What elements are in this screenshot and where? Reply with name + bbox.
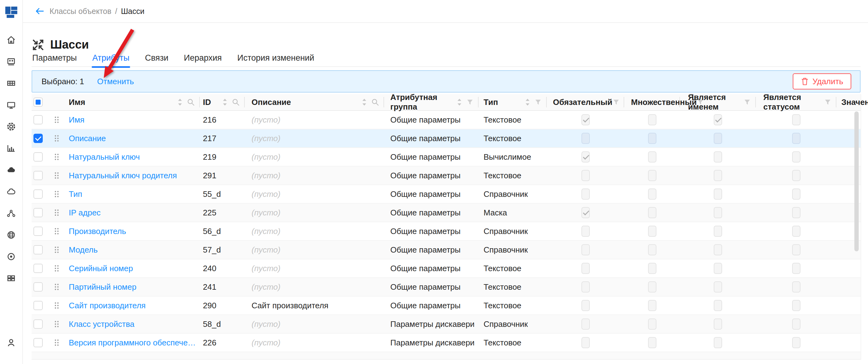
column-header-is-name[interactable]: Является именем	[680, 94, 756, 110]
drag-handle-icon[interactable]	[54, 246, 60, 254]
sort-icon[interactable]	[222, 98, 228, 106]
table-row[interactable]: Тип 55_d (пусто) Общие параметры Справоч…	[32, 185, 861, 204]
row-select-checkbox[interactable]	[33, 227, 43, 236]
column-header-description[interactable]: Описание	[245, 94, 384, 110]
filter-icon[interactable]	[613, 98, 620, 106]
sort-icon[interactable]	[524, 98, 531, 106]
row-select-checkbox[interactable]	[33, 152, 43, 162]
attribute-name-link[interactable]: Серийный номер	[69, 264, 133, 273]
table-row[interactable]: IP адрес 225 (пусто) Общие параметры Мас…	[32, 204, 861, 222]
column-header-multiple[interactable]: Множественный	[624, 94, 680, 110]
column-header-id[interactable]: ID	[200, 94, 245, 110]
search-icon[interactable]	[371, 98, 379, 106]
attribute-name-link[interactable]: Натуральный ключ родителя	[69, 171, 177, 180]
network-nodes-icon[interactable]	[6, 208, 17, 219]
vertical-scrollbar[interactable]	[855, 111, 859, 251]
drag-handle-icon[interactable]	[54, 320, 60, 328]
sort-icon[interactable]	[361, 98, 367, 106]
table-row[interactable]: Версия программного обеспечения 226 (пус…	[32, 334, 861, 352]
cloud-filled-icon[interactable]	[6, 165, 17, 175]
delete-button[interactable]: Удалить	[793, 73, 851, 90]
tab-Параметры[interactable]: Параметры	[32, 52, 78, 67]
column-header-name[interactable]: Имя	[64, 94, 200, 110]
row-select-checkbox[interactable]	[33, 115, 43, 125]
row-select-checkbox[interactable]	[33, 301, 43, 310]
table-row[interactable]: Описание 217 (пусто) Общие параметры Тек…	[32, 129, 861, 148]
column-header-value[interactable]: Значен	[836, 94, 861, 110]
table-row[interactable]: Натуральный ключ родителя 291 (пусто) Об…	[32, 167, 861, 185]
tab-Связи[interactable]: Связи	[144, 52, 169, 67]
sort-icon[interactable]	[177, 98, 183, 106]
drag-handle-icon[interactable]	[54, 190, 60, 198]
drag-handle-icon[interactable]	[54, 264, 60, 272]
globe-icon[interactable]	[6, 230, 17, 240]
attribute-name-link[interactable]: Тип	[69, 190, 82, 199]
attribute-name-link[interactable]: Имя	[69, 115, 85, 125]
row-select-checkbox[interactable]	[33, 171, 43, 180]
row-select-checkbox[interactable]	[33, 190, 43, 199]
table-row[interactable]: Серийный номер 240 (пусто) Общие парамет…	[32, 259, 861, 278]
tab-Иерархия[interactable]: Иерархия	[183, 52, 222, 67]
row-select-checkbox[interactable]	[33, 338, 43, 347]
drag-handle-icon[interactable]	[54, 134, 60, 142]
filter-icon[interactable]	[743, 98, 751, 106]
drag-handle-icon[interactable]	[54, 116, 60, 124]
drag-handle-icon[interactable]	[54, 209, 60, 217]
data-table-icon[interactable]	[6, 78, 17, 89]
cloud-outline-icon[interactable]	[6, 186, 17, 197]
bar-chart-icon[interactable]	[6, 143, 17, 154]
device-screen-icon[interactable]	[6, 56, 17, 67]
breadcrumb-parent-link[interactable]: Классы объектов	[50, 7, 111, 16]
drag-handle-icon[interactable]	[54, 227, 60, 235]
column-header-required[interactable]: Обязательный	[547, 94, 624, 110]
attribute-name-link[interactable]: Класс устройства	[69, 320, 134, 329]
attribute-name-link[interactable]: IP адрес	[69, 208, 101, 218]
attribute-name-link[interactable]: Сайт производителя	[69, 301, 146, 310]
column-header-group[interactable]: Атрибутная группа	[384, 94, 478, 110]
row-select-checkbox[interactable]	[33, 264, 43, 273]
column-header-is-status[interactable]: Является статусом	[756, 94, 836, 110]
row-select-checkbox[interactable]	[33, 320, 43, 329]
select-all-checkbox[interactable]	[33, 98, 43, 107]
attribute-name-link[interactable]: Натуральный ключ	[69, 152, 140, 162]
app-logo[interactable]	[5, 6, 18, 19]
attribute-name-link[interactable]: Модель	[69, 245, 98, 255]
table-row[interactable]: Партийный номер 241 (пусто) Общие параме…	[32, 278, 861, 297]
attribute-name-link[interactable]: Производитель	[69, 227, 126, 236]
tab-Атрибуты[interactable]: Атрибуты	[92, 52, 130, 67]
drag-handle-icon[interactable]	[54, 283, 60, 291]
drag-handle-icon[interactable]	[54, 339, 60, 347]
attribute-name-link[interactable]: Партийный номер	[69, 282, 136, 292]
cancel-selection-link[interactable]: Отменить	[97, 77, 134, 86]
settings-gear-icon[interactable]	[6, 121, 17, 132]
filter-icon[interactable]	[824, 98, 832, 106]
table-row[interactable]: Производитель 56_d (пусто) Общие парамет…	[32, 222, 861, 241]
search-icon[interactable]	[232, 98, 240, 106]
back-arrow-icon[interactable]	[35, 7, 44, 15]
attribute-name-link[interactable]: Описание	[69, 134, 106, 143]
table-row[interactable]: Имя 216 (пусто) Общие параметры Текстово…	[32, 111, 861, 129]
tab-История изменений[interactable]: История изменений	[237, 52, 315, 67]
table-row[interactable]: Натуральный ключ 219 (пусто) Общие парам…	[32, 148, 861, 167]
collapse-arrows-icon[interactable]	[32, 38, 44, 52]
apps-grid-icon[interactable]	[6, 273, 17, 284]
filter-icon[interactable]	[466, 98, 474, 106]
attribute-name-link[interactable]: Версия программного обеспечения	[69, 338, 200, 348]
row-select-checkbox[interactable]	[33, 245, 43, 255]
table-row[interactable]: Класс устройства 58_d (пусто) Параметры …	[32, 315, 861, 334]
row-select-checkbox[interactable]	[33, 134, 43, 143]
row-select-checkbox[interactable]	[33, 208, 43, 217]
table-row[interactable]: Модель 57_d (пусто) Общие параметры Спра…	[32, 241, 861, 259]
monitor-icon[interactable]	[6, 100, 17, 110]
drag-handle-icon[interactable]	[54, 153, 60, 161]
user-icon[interactable]	[6, 337, 17, 348]
search-icon[interactable]	[187, 98, 195, 106]
drag-handle-icon[interactable]	[54, 301, 60, 309]
target-icon[interactable]	[6, 251, 17, 262]
column-header-type[interactable]: Тип	[478, 94, 547, 110]
drag-handle-icon[interactable]	[54, 171, 60, 179]
table-row[interactable]: Сайт производителя 290 Сайт производител…	[32, 297, 861, 315]
sort-icon[interactable]	[456, 98, 463, 106]
home-icon[interactable]	[6, 35, 17, 45]
filter-icon[interactable]	[534, 98, 542, 106]
